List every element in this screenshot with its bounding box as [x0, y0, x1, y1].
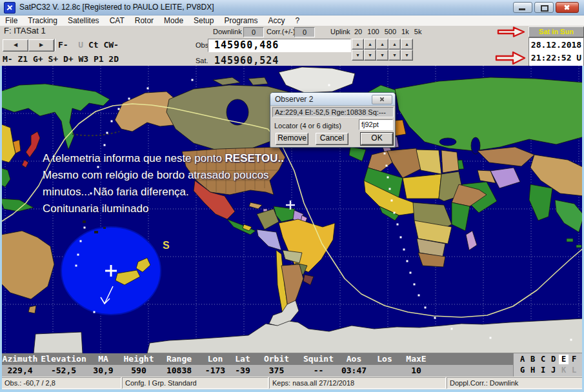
time-value: 21:22:52 U: [529, 52, 583, 64]
col-aos: Aos: [339, 353, 369, 365]
azimuth-value: 229,4: [0, 365, 40, 377]
command-shortcuts-line1[interactable]: F- U Ct CW-: [58, 40, 119, 50]
restore-button[interactable]: [534, 2, 554, 13]
downlink-correction-value: 0: [243, 27, 264, 37]
squint-value: --: [298, 365, 339, 377]
telemetry-table: AzimuthElevationMAHeightRangeLonLatOrbit…: [0, 353, 513, 377]
title-bar: SatPC32 V. 12.8c [Registered to PAULO LE…: [0, 0, 584, 15]
remove-button[interactable]: Remove: [276, 133, 308, 145]
app-window: SatPC32 V. 12.8c [Registered to PAULO LE…: [0, 0, 584, 392]
menu-bar: File Tracking Satellites CAT Rotor Mode …: [0, 15, 584, 26]
spin-down-button[interactable]: ▼: [376, 50, 388, 61]
window-frame-bottom: [0, 389, 584, 392]
window-frame-left: [0, 66, 2, 389]
locator-input[interactable]: fj92pt: [359, 119, 393, 130]
menu-tracking[interactable]: Tracking: [23, 16, 63, 25]
menu-satellites[interactable]: Satellites: [63, 16, 105, 25]
prev-satellite-button[interactable]: ◀: [3, 39, 28, 52]
next-satellite-button[interactable]: ▶: [28, 39, 54, 52]
date-value: 28.12.2018: [529, 39, 583, 52]
corr-label: Corr.(+/-): [267, 28, 295, 35]
spin-down-button[interactable]: ▼: [352, 50, 364, 61]
annotation-text: A telemetria informa que neste ponto RES…: [43, 150, 284, 217]
status-observer-coords: Obs.: -60,7 / 2,8: [1, 377, 121, 389]
close-button[interactable]: [556, 2, 579, 13]
satellite-frequency-value: 145960,524: [214, 55, 279, 66]
col-squint: Squint: [298, 353, 339, 365]
dialog-title-bar[interactable]: Observer 2: [270, 93, 395, 106]
dialog-title: Observer 2: [275, 95, 313, 104]
uplink-label: Uplink: [330, 28, 350, 35]
app-icon: [4, 2, 15, 14]
col-lon: Lon: [200, 353, 230, 365]
date-time-display: 28.12.2018 21:22:52 U: [529, 37, 584, 66]
locator-label: Locator (4 or 6 digits): [274, 122, 341, 130]
corr-value: 0: [294, 27, 315, 37]
command-shortcuts-line2[interactable]: M- Z1 G+ S+ D+ W3 P1 2D: [3, 54, 119, 64]
spin-down-button[interactable]: ▼: [401, 50, 413, 61]
menu-programs[interactable]: Programs: [219, 16, 263, 25]
ok-button[interactable]: OK: [361, 133, 393, 145]
maxe-value: 10: [400, 365, 432, 377]
separator: [54, 39, 55, 51]
menu-rotor[interactable]: Rotor: [130, 16, 159, 25]
spin-down-button[interactable]: ▼: [388, 50, 401, 61]
spin-down-button[interactable]: ▼: [364, 50, 376, 61]
col-lat: Lat: [230, 353, 255, 365]
letter-g[interactable]: G: [518, 366, 527, 375]
letter-h[interactable]: H: [528, 366, 538, 375]
observer2-dialog: Observer 2 Az:229,4 El:-52,5 Rge:10838 S…: [270, 92, 396, 148]
red-arrow-annotation: [497, 26, 525, 37]
sat-freq-label: Sat.: [196, 57, 208, 64]
cancel-button[interactable]: Cancel: [316, 133, 348, 145]
letter-e-selected[interactable]: E: [559, 355, 569, 364]
letter-f[interactable]: F: [569, 355, 579, 364]
uplink-steps[interactable]: 20 100 500 1k 5k: [354, 28, 421, 35]
satellite-letter-grid: A B C D E F G H I J K L: [513, 353, 583, 377]
col-los: Los: [369, 353, 400, 365]
height-value: 590: [119, 365, 158, 377]
col-elevation: Elevation: [40, 353, 87, 365]
letter-l-disabled: L: [569, 366, 579, 375]
menu-setup[interactable]: Setup: [188, 16, 219, 25]
letter-d[interactable]: D: [549, 355, 558, 364]
red-arrow-annotation: [495, 51, 526, 65]
letter-a[interactable]: A: [518, 355, 527, 364]
toolbar: F: ITASat 1 Downlink 0 Corr.(+/-) 0 Upli…: [0, 26, 584, 66]
letter-b[interactable]: B: [528, 355, 538, 364]
letter-k-disabled: K: [559, 366, 569, 375]
col-maxe: MaxE: [400, 353, 432, 365]
menu-accy[interactable]: Accy: [263, 16, 290, 25]
letter-i[interactable]: I: [538, 366, 548, 375]
col-orbit: Orbit: [255, 353, 298, 365]
menu-cat[interactable]: CAT: [105, 16, 130, 25]
ma-value: 30,9: [87, 365, 119, 377]
lat-value: -39: [230, 365, 255, 377]
lon-value: -173: [200, 365, 230, 377]
spin-up-button[interactable]: ▲: [352, 39, 364, 50]
window-title: SatPC32 V. 12.8c [Registered to PAULO LE…: [19, 3, 214, 12]
menu-mode[interactable]: Mode: [159, 16, 188, 25]
spin-up-button[interactable]: ▲: [376, 39, 388, 50]
telemetry-value-row: 229,4-52,530,959010838-173-39375--03:471…: [0, 365, 513, 377]
letter-c[interactable]: C: [538, 355, 548, 364]
status-keps: Keps: nasa.all 27/12/2018: [269, 377, 446, 389]
observer-frequency-input[interactable]: 145960,486: [208, 39, 351, 52]
orbit-value: 375: [255, 365, 298, 377]
col-height: Height: [119, 353, 158, 365]
frequency-spinners: ▲ ▲ ▲ ▲ ▲ ▼ ▼ ▼ ▼ ▼: [352, 39, 413, 61]
status-bar: Obs.: -60,7 / 2,8 Confg. I Grp. Standard…: [0, 377, 584, 389]
dialog-close-button[interactable]: [372, 95, 392, 104]
aos-value: 03:47: [339, 365, 369, 377]
menu-file[interactable]: File: [0, 16, 23, 25]
letter-j[interactable]: J: [549, 366, 558, 375]
col-range: Range: [158, 353, 200, 365]
spin-up-button[interactable]: ▲: [401, 39, 413, 50]
spin-up-button[interactable]: ▲: [388, 39, 401, 50]
minimize-button[interactable]: [513, 2, 532, 13]
range-value: 10838: [158, 365, 200, 377]
spin-up-button[interactable]: ▲: [364, 39, 376, 50]
observer-azel-readout: Az:229,4 El:-52,5 Rge:10838 Sq:---: [272, 107, 394, 117]
col-ma: MA: [87, 353, 119, 365]
menu-help[interactable]: ?: [290, 16, 305, 25]
